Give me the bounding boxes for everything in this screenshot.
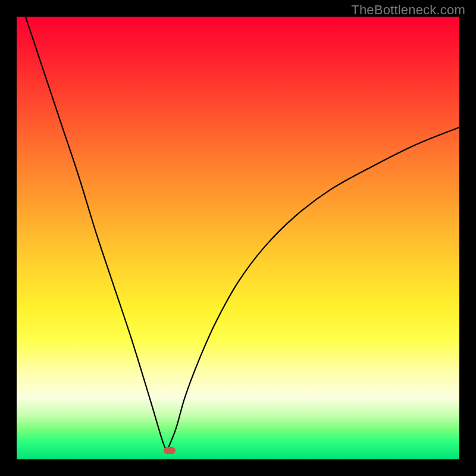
plot-area (17, 17, 459, 459)
curve-right-branch (167, 127, 459, 450)
curve-left-branch (26, 17, 167, 450)
bottleneck-curve (17, 17, 459, 459)
valley-marker (164, 447, 176, 454)
watermark-text: TheBottleneck.com (351, 2, 465, 18)
chart-frame: TheBottleneck.com (0, 0, 476, 476)
